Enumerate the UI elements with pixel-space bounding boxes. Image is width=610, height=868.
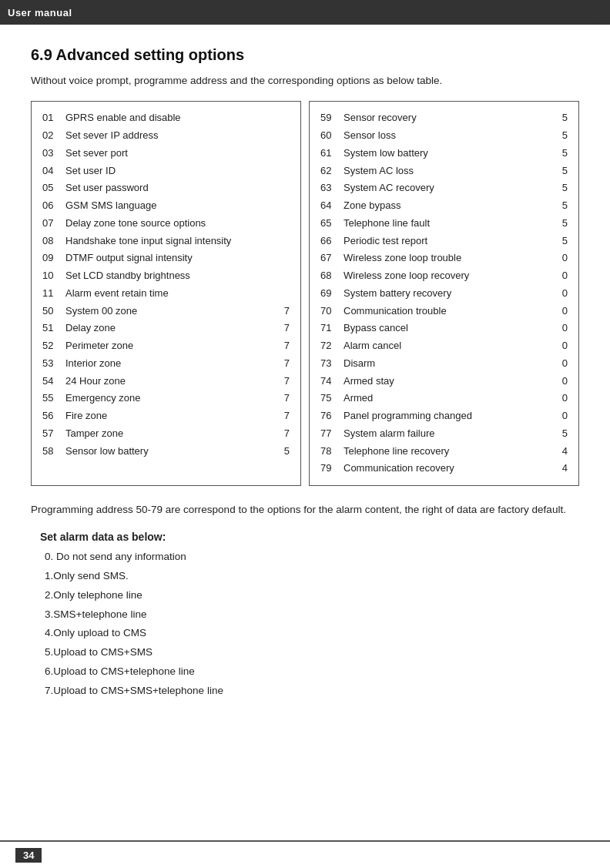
table-row: 59 Sensor recovery 5 [320, 109, 568, 127]
table-row: 03 Set sever port [42, 145, 290, 163]
table-row: 51 Delay zone 7 [42, 320, 290, 337]
row-val: 5 [555, 197, 568, 215]
table-row: 77 System alarm failure 5 [320, 425, 568, 443]
row-num: 72 [320, 337, 344, 355]
row-label: Delay zone tone source options [65, 215, 277, 233]
row-label: Armed stay [344, 373, 555, 390]
row-num: 76 [320, 407, 344, 425]
row-val: 5 [555, 109, 568, 127]
table-row: 07 Delay zone tone source options [42, 215, 290, 233]
left-table: 01 GPRS enable and disable 02 Set sever … [31, 101, 301, 486]
row-num: 51 [42, 320, 65, 337]
row-label: Telephone line fault [344, 215, 555, 233]
list-item: 5.Upload to CMS+SMS [45, 643, 579, 662]
table-row: 58 Sensor low battery 5 [42, 443, 290, 461]
row-num: 59 [320, 109, 344, 127]
table-row: 52 Perimeter zone 7 [42, 337, 290, 355]
row-val: 5 [555, 425, 568, 443]
list-item: 6.Upload to CMS+telephone line [45, 662, 579, 682]
table-row: 66 Periodic test report 5 [320, 233, 568, 250]
list-item: 7.Upload to CMS+SMS+telephone line [45, 682, 579, 701]
row-label: Tamper zone [65, 425, 277, 443]
row-label: Emergency zone [65, 390, 277, 407]
row-num: 03 [42, 145, 65, 163]
row-label: Fire zone [65, 407, 277, 425]
row-label: Wireless zone loop recovery [344, 267, 555, 285]
paragraph-text: Programming address 50-79 are correspond… [31, 501, 579, 518]
row-label: GSM SMS language [65, 197, 277, 215]
list-item: 4.Only upload to CMS [45, 624, 579, 643]
row-num: 77 [320, 425, 344, 443]
header-bar: User manual [0, 0, 610, 25]
row-label: DTMF output signal intensity [65, 250, 277, 267]
row-num: 66 [320, 233, 344, 250]
list-item: 2.Only telephone line [45, 586, 579, 605]
row-val: 0 [555, 337, 568, 355]
row-val: 0 [555, 320, 568, 337]
row-label: Handshake tone input signal intensity [65, 233, 277, 250]
row-num: 10 [42, 267, 65, 285]
table-row: 54 24 Hour zone 7 [42, 373, 290, 390]
table-row: 73 Disarm 0 [320, 355, 568, 373]
row-num: 53 [42, 355, 65, 373]
footer: 34 [0, 840, 610, 868]
row-val: 5 [555, 215, 568, 233]
table-row: 55 Emergency zone 7 [42, 390, 290, 407]
table-row: 69 System battery recovery 0 [320, 285, 568, 303]
table-row: 06 GSM SMS language [42, 197, 290, 215]
row-val: 7 [277, 337, 290, 355]
table-row: 68 Wireless zone loop recovery 0 [320, 267, 568, 285]
header-arrow-icon [593, 0, 610, 25]
row-num: 56 [42, 407, 65, 425]
row-val: 5 [555, 127, 568, 145]
row-val: 5 [555, 179, 568, 197]
table-row: 57 Tamper zone 7 [42, 425, 290, 443]
row-val: 7 [277, 303, 290, 320]
table-row: 61 System low battery 5 [320, 145, 568, 163]
row-num: 75 [320, 390, 344, 407]
row-val: 5 [555, 145, 568, 163]
row-num: 52 [42, 337, 65, 355]
row-num: 06 [42, 197, 65, 215]
main-content: 6.9 Advanced setting options Without voi… [0, 25, 610, 732]
header-title: User manual [8, 7, 72, 18]
row-val: 7 [277, 407, 290, 425]
footer-page-number: 34 [15, 848, 42, 863]
row-val: 0 [555, 303, 568, 320]
list-item: 3.SMS+telephone line [45, 605, 579, 625]
row-val: 4 [555, 460, 568, 478]
row-num: 61 [320, 145, 344, 163]
table-row: 50 System 00 zone 7 [42, 303, 290, 320]
row-label: Wireless zone loop trouble [344, 250, 555, 267]
table-row: 02 Set sever IP address [42, 127, 290, 145]
row-label: Telephone line recovery [344, 443, 555, 461]
row-val: 7 [277, 390, 290, 407]
row-val: 7 [277, 320, 290, 337]
row-label: System AC loss [344, 163, 555, 180]
row-val: 0 [555, 355, 568, 373]
table-row: 78 Telephone line recovery 4 [320, 443, 568, 461]
table-row: 56 Fire zone 7 [42, 407, 290, 425]
row-num: 67 [320, 250, 344, 267]
set-alarm-section: Set alarm data as below: 0. Do not send … [40, 531, 579, 702]
row-val: 0 [555, 407, 568, 425]
row-val: 5 [555, 163, 568, 180]
row-label: Periodic test report [344, 233, 555, 250]
row-label: Zone bypass [344, 197, 555, 215]
intro-text: Without voice prompt, programme address … [31, 73, 579, 89]
table-row: 60 Sensor loss 5 [320, 127, 568, 145]
row-num: 50 [42, 303, 65, 320]
row-label: Sensor low battery [65, 443, 277, 461]
row-num: 79 [320, 460, 344, 478]
table-row: 79 Communication recovery 4 [320, 460, 568, 478]
row-num: 57 [42, 425, 65, 443]
row-num: 69 [320, 285, 344, 303]
row-num: 64 [320, 197, 344, 215]
row-label: Sensor recovery [344, 109, 555, 127]
row-val: 4 [555, 443, 568, 461]
row-num: 09 [42, 250, 65, 267]
row-num: 74 [320, 373, 344, 390]
row-num: 63 [320, 179, 344, 197]
row-num: 55 [42, 390, 65, 407]
table-row: 63 System AC recovery 5 [320, 179, 568, 197]
